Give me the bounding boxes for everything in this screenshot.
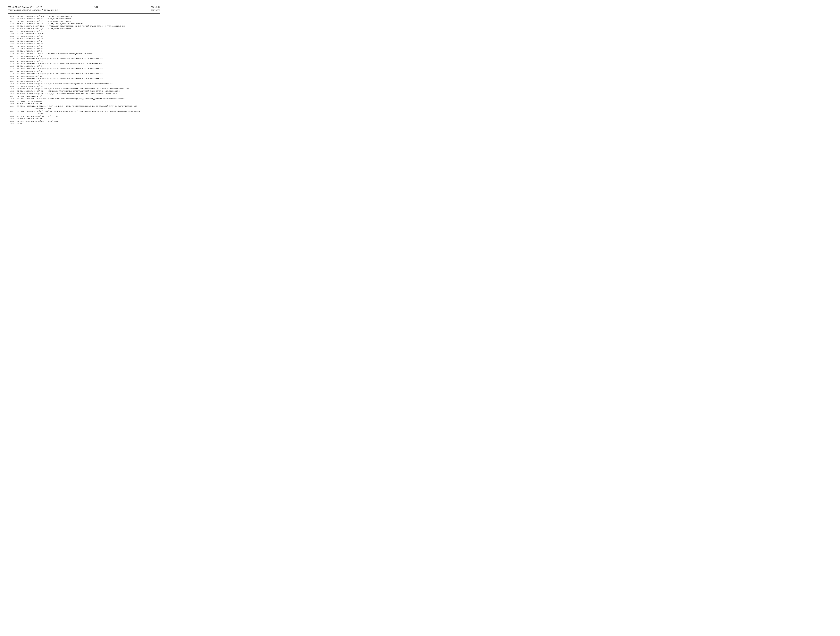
row-text: С111-523СНИ74-4-82(=19)' 0,04' 330•	[19, 120, 160, 123]
row-num1: 432	[8, 33, 14, 35]
row-num2: 56	[14, 25, 19, 28]
row-num2: 88	[14, 105, 19, 110]
row-num1: 453	[8, 85, 14, 88]
table-row: 45986СТРОИТЕЛЬНЫЕ РАБОТЫ•	[8, 100, 160, 103]
row-num1: 436	[8, 43, 14, 45]
row-num1: 426	[8, 18, 14, 20]
row-num2: 64	[14, 45, 19, 48]
row-num2: 68	[14, 55, 19, 58]
row-num2: 90	[14, 115, 19, 118]
main-table: 42552E2а-118СНИП4-5-82' 2,4' ' ТО КЕ,РАЗ…	[8, 15, 160, 125]
table-row: 46289ЕТ26-70СНИП4-5-82(=1)' 88' 24,7014,…	[8, 110, 160, 115]
row-num2: 85	[14, 98, 19, 100]
row-text: К•	[19, 123, 160, 125]
row-text: СТ133-2702С-ИП4-4-82(=21)' 3' 23,7' ГЛУШ…	[19, 68, 160, 70]
row-num1: 440	[8, 53, 14, 55]
row-text: Е2а-658СНИП4-3-82' 8•	[19, 80, 160, 83]
row-text: ЕТ114-688СНИП4-4-82(=19)' 3,1' 15,4,1,5'…	[19, 105, 160, 110]
table-row: 43562Е2а-664СНИ74-5-82' 2•	[8, 40, 160, 43]
row-text: Е2а-676СНИП4-5-82' 2•	[19, 45, 160, 48]
row-num2: 71	[14, 63, 19, 65]
row-num1: 459	[8, 100, 14, 103]
row-num1: 449	[8, 76, 14, 78]
header-divider	[8, 13, 160, 14]
table-row: 46087Е26-16СНИП4-5-82' 1•	[8, 103, 160, 105]
program-name: ПРОГРАММНЫЙ КОМПЛЕКС АВС-ЗЕС ( РЕДАКЦИЯ …	[8, 9, 60, 11]
table-row: 45077СТ132-2703СНИП4-4-82(=21)' 1' 15,1'…	[8, 78, 160, 80]
row-text: Е2а-644СНИП4-3-82' 3•	[19, 65, 160, 68]
row-num1: 435	[8, 40, 14, 43]
row-num2: 62	[14, 40, 19, 43]
table-row: 43360Е2а-402СНИП4-5-82' 2•	[8, 35, 160, 38]
row-num2: 57	[14, 28, 19, 30]
table-row: 42754Е2а-118СНИП4-5-82' 5' ' ТО КЕ,РАЗМ,…	[8, 20, 160, 23]
row-num1: 463	[8, 115, 14, 118]
row-num1: 446	[8, 68, 14, 70]
row-num2: 55	[14, 23, 19, 25]
table-row: 44774Е2а-644СНИП4-3-82' 4•	[8, 70, 160, 73]
row-text: Е2а-118СНИП4-5-82' 24' ' ТО КЕ,ТОЛЩ.0,9М…	[19, 23, 160, 25]
table-row: 45582Е2а-658СНИП4-5-82' 18' • УСТАНОВКА …	[8, 90, 160, 93]
row-num2: 74	[14, 70, 19, 73]
row-text: СТ132-2783СНИП4-4-82(=21)' 4' 9,94' ГЛУБ…	[19, 73, 160, 76]
row-num2: 67	[14, 53, 19, 55]
table-row: 44471СТ139-2698СНИП4-4-82(=21)' 3' 16,1'…	[8, 63, 160, 65]
row-text: Е2а-118СНИП4-5-82' 5' ' ТО КЕ,РАЗМ,500Х1…	[19, 20, 160, 23]
row-num2: 73	[14, 68, 19, 70]
table-row: 43764Е2а-676СНИП4-5-82' 2•	[8, 45, 160, 48]
row-num2: 83	[14, 93, 19, 95]
row-text: С114-192СНИ74-4-82' 88.1,15' 1770•	[19, 115, 160, 118]
row-text: Е2а-428СНИП4С-5-82' 6•	[19, 33, 160, 35]
row-num1: 431	[8, 30, 14, 33]
row-text: С133-70JСНИП74--82' 1' • ЗАСЛОНКА ВОЗДУШ…	[19, 53, 160, 55]
table-row: 46693К•	[8, 123, 160, 125]
table-row: 44067С133-70JСНИП74--82' 1' • ЗАСЛОНКА В…	[8, 53, 160, 55]
row-text: Е2а-4АЧСНИП4-5-82' 3•	[19, 30, 160, 33]
row-text: Т241518-2835(=21)' 8' 14,1,1' ПЛАСТИНУ З…	[19, 83, 160, 85]
table-row: 42653Е2а-118СНИП4-5-82' 5' ' ТО КF,РАЗМ,…	[8, 18, 160, 20]
table-row: 46188ЕТ114-688СНИП4-4-82(=19)' 3,1' 15,4…	[8, 105, 160, 110]
row-text: Е2а-666СНИП4-5-82' 1•	[19, 43, 160, 45]
row-num2: 70	[14, 60, 19, 63]
table-row: 43057Е2а-55СНИП4-5-82' 2,4' ' ТО КЕ,РАЗМ…	[8, 28, 160, 30]
row-num2: 84	[14, 95, 19, 98]
row-text: E2а-118СНИП4-5-82' 2,4' ' ТО КЕ,РАЗМ,600…	[19, 15, 160, 18]
row-text: Е2а-474СНИП4-5-42' 1•	[19, 50, 160, 53]
row-num1: 447	[8, 70, 14, 73]
row-num2: 86	[14, 100, 19, 103]
table-row: 44572Е2а-644СНИП4-3-82' 3•	[8, 65, 160, 68]
row-num2: 63	[14, 43, 19, 45]
row-num1: 466	[8, 123, 14, 125]
page-number: 302	[94, 6, 98, 9]
row-num1: 433	[8, 35, 14, 38]
row-num1: 450	[8, 78, 14, 80]
row-num2: 92	[14, 120, 19, 123]
table-row: 44269С1130-2637СНИПЛ-4-82(=21)' 4' 13,4'…	[8, 58, 160, 60]
row-num2: 72	[14, 65, 19, 68]
row-text: Е2а-658СНИП4-5-82' 18' • УСТАНОВКА ПЛАСТ…	[19, 90, 160, 93]
row-text: СТ139-2698СНИП4-4-82(=21)' 3' 16,1' ЛУШИ…	[19, 63, 160, 65]
row-text: Е2а-664СНИП4-5-82' 4•	[19, 55, 160, 58]
row-text: Е2а-55СНИП4-5-82' 12,8' ' ПРОКЛАДКА ВОЗД…	[19, 25, 160, 28]
row-num2: 61	[14, 38, 19, 40]
row-num2: 87	[14, 103, 19, 105]
row-num2: 75	[14, 73, 19, 76]
row-num2: 91	[14, 118, 19, 120]
row-num2: 69	[14, 58, 19, 60]
table-row: 44370Е2а-664СНИП4-3-82' 3•	[8, 60, 160, 63]
row-num1: 464	[8, 118, 14, 120]
row-num2: 65	[14, 48, 19, 50]
table-row: 45380Е2а-651СНИП4-3-82' 9•	[8, 85, 160, 88]
row-num2: 89	[14, 110, 19, 115]
table-row: 43158Е2а-4АЧСНИП4-5-82' 3•	[8, 30, 160, 33]
row-text: Т241518-2835(=21)' 18' 11,2,1,1' ПЛАСТИН…	[19, 93, 160, 95]
row-num1: 438	[8, 48, 14, 50]
row-num2: 59	[14, 33, 19, 35]
table-row: 43259Е2а-428СНИП4С-5-82' 6•	[8, 33, 160, 35]
row-num2: 80	[14, 85, 19, 88]
row-text: Т241518-2835(=21)' 9' 23,1,1' ПЛАСТИНЫ З…	[19, 88, 160, 90]
row-num1: 443	[8, 60, 14, 63]
row-text: СТРОИТЕЛЬНЫЕ РАБОТЫ•	[19, 100, 160, 103]
table-row: 44673СТ133-2702С-ИП4-4-82(=21)' 3' 23,7'…	[8, 68, 160, 70]
table-row: 46390С114-192СНИ74-4-82' 88.1,15' 1770•	[8, 115, 160, 118]
